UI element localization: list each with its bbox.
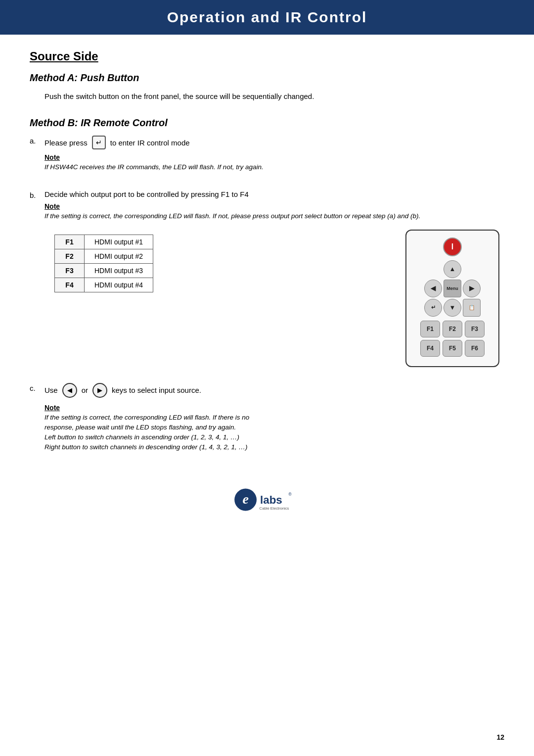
- remote-f6-btn: F6: [465, 340, 485, 357]
- f3-value: HDMI output #3: [85, 263, 153, 278]
- right-arrow-icon: ▶: [92, 383, 107, 398]
- table-row: F3 HDMI output #3: [55, 263, 153, 278]
- remote-top-area: I: [413, 237, 491, 256]
- remote-empty2: [463, 260, 481, 278]
- f1-value: HDMI output #1: [85, 235, 153, 249]
- f4-value: HDMI output #4: [85, 278, 153, 292]
- remote-frow2: F4 F5 F6: [413, 340, 491, 357]
- step-b-label: b.: [30, 190, 44, 199]
- note-c-line3: Left button to switch channels in ascend…: [44, 432, 504, 442]
- f2-key: F2: [55, 249, 85, 263]
- method-a-title: Method A: Push Button: [30, 72, 504, 84]
- remote-note-btn: 📋: [463, 299, 481, 317]
- svg-text:Cable Electronics: Cable Electronics: [260, 506, 289, 510]
- note-a-label: Note: [44, 153, 504, 161]
- step-b: b. Decide which output port to be contro…: [30, 190, 504, 367]
- source-side-title: Source Side: [30, 49, 504, 63]
- remote-f3-btn: F3: [465, 321, 485, 337]
- remote-f4-btn: F4: [420, 340, 440, 357]
- step-c-content: Use ◀ or ▶ keys to select input source. …: [44, 383, 504, 453]
- step-c-text2: or: [82, 386, 88, 394]
- step-a-text2: to enter IR control mode: [110, 139, 190, 147]
- note-c-label: Note: [44, 404, 504, 412]
- f2-value: HDMI output #2: [85, 249, 153, 263]
- step-a: a. Please press ↵ to enter IR control mo…: [30, 136, 504, 172]
- logo-area: e labs ® Cable Electronics: [30, 482, 504, 517]
- fkey-table: F1 HDMI output #1 F2 HDMI output #2 F3 H…: [54, 235, 153, 292]
- remote-f2-btn: F2: [443, 321, 462, 337]
- method-a-section: Method A: Push Button Push the switch bu…: [30, 72, 504, 102]
- remote-illustration: I ▲ ◀ Menu ▶: [405, 230, 504, 367]
- step-b-content: Decide which output port to be controlle…: [44, 190, 504, 367]
- svg-text:e: e: [242, 491, 248, 507]
- method-a-text: Push the switch button on the front pane…: [44, 91, 504, 102]
- page-number: 12: [496, 733, 504, 741]
- note-b-text: If the setting is correct, the correspon…: [44, 211, 504, 221]
- note-b-label: Note: [44, 202, 504, 210]
- remote-down-btn: ▼: [444, 299, 461, 317]
- step-a-text: Please press: [44, 139, 88, 147]
- note-c-line4: Right button to switch channels in desce…: [44, 442, 504, 452]
- step-b-text: Decide which output port to be controlle…: [44, 190, 504, 198]
- remote-empty: [424, 260, 442, 278]
- method-b-title: Method B: IR Remote Control: [30, 117, 504, 129]
- left-arrow-icon: ◀: [62, 383, 77, 398]
- note-c-line2: response, please wait until the LED stop…: [44, 423, 504, 432]
- table-col: F1 HDMI output #1 F2 HDMI output #2 F3 H…: [44, 230, 391, 300]
- page-header: Operation and IR Control: [0, 0, 534, 35]
- f1-key: F1: [55, 235, 85, 249]
- remote-left-btn: ◀: [424, 280, 442, 297]
- method-b-section: Method B: IR Remote Control a. Please pr…: [30, 117, 504, 453]
- table-row: F1 HDMI output #1: [55, 235, 153, 249]
- note-a-text: If HSW44C receives the IR commands, the …: [44, 162, 504, 172]
- remote-frow1: F1 F2 F3: [413, 321, 491, 337]
- page-title: Operation and IR Control: [20, 9, 514, 26]
- step-c-label: c.: [30, 383, 44, 392]
- elabs-logo: e labs ® Cable Electronics: [232, 482, 302, 517]
- step-c-text3: keys to select input source.: [112, 386, 201, 394]
- remote-up-btn: ▲: [444, 260, 461, 278]
- remote-f5-btn: F5: [443, 340, 462, 357]
- f3-key: F3: [55, 263, 85, 278]
- remote-dpad: ▲ ◀ Menu ▶ ↵ ▼ 📋: [413, 260, 491, 317]
- remote-fbuttons: F1 F2 F3 F4 F5 F6: [413, 321, 491, 357]
- remote-menu-btn: Menu: [444, 280, 461, 297]
- step-a-content: Please press ↵ to enter IR control mode …: [44, 136, 504, 172]
- svg-text:®: ®: [288, 491, 292, 496]
- step-c: c. Use ◀ or ▶ keys to select input sourc…: [30, 383, 504, 453]
- table-row: F2 HDMI output #2: [55, 249, 153, 263]
- step-a-label: a.: [30, 136, 44, 145]
- remote-right-btn: ▶: [463, 280, 481, 297]
- svg-text:labs: labs: [260, 494, 282, 506]
- remote-f1-btn: F1: [420, 321, 440, 337]
- remote-body: I ▲ ◀ Menu ▶: [405, 230, 499, 367]
- enter-key-icon: ↵: [92, 136, 106, 149]
- note-c-line1: If the setting is correct, the correspon…: [44, 413, 504, 423]
- table-row: F4 HDMI output #4: [55, 278, 153, 292]
- f4-key: F4: [55, 278, 85, 292]
- step-c-text1: Use: [44, 386, 58, 394]
- remote-btn-red: I: [443, 237, 462, 256]
- remote-enter-btn: ↵: [424, 299, 442, 317]
